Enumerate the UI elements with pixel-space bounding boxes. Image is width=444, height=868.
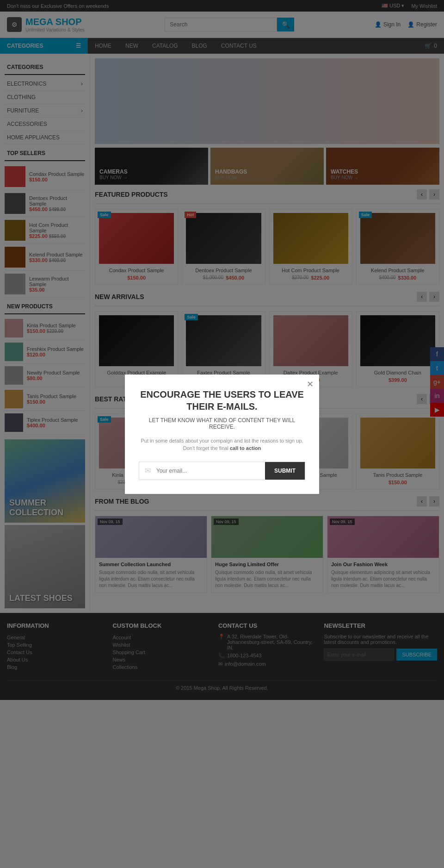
email-icon: ✉ (139, 466, 156, 475)
modal-description: Put in some details about your compaign … (139, 437, 305, 452)
submit-button[interactable]: SUBMIT (265, 462, 305, 480)
email-input[interactable] (156, 463, 265, 479)
modal-overlay: ✕ ENCOURAGE THE USERS TO LEAVE THEIR E-M… (0, 0, 444, 700)
modal-subtitle: LET THEM KNOW WHAT KIND OF CONTENT THEY … (139, 417, 305, 430)
email-capture-modal: ✕ ENCOURAGE THE USERS TO LEAVE THEIR E-M… (125, 375, 319, 494)
modal-title: ENCOURAGE THE USERS TO LEAVE THEIR E-MAI… (139, 388, 305, 412)
email-form: ✉ SUBMIT (139, 462, 305, 480)
modal-close-button[interactable]: ✕ (307, 379, 314, 389)
